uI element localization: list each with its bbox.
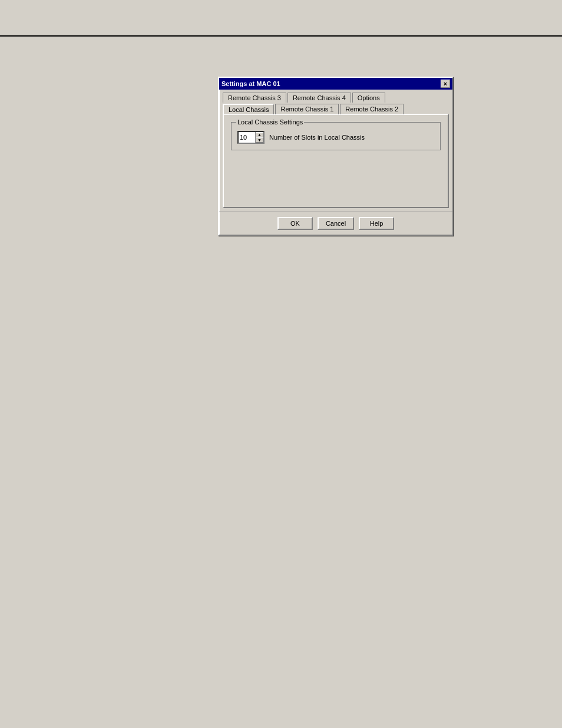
- top-border: [0, 35, 562, 37]
- tab-remote-chassis-3[interactable]: Remote Chassis 3: [223, 93, 286, 103]
- spin-buttons: ▲ ▼: [255, 132, 263, 143]
- settings-dialog: Settings at MAC 01 × Remote Chassis 3 Re…: [218, 77, 454, 236]
- tab-content: Local Chassis Settings ▲ ▼ Number of Slo…: [223, 114, 449, 208]
- tab-row-2: Local Chassis Remote Chassis 1 Remote Ch…: [223, 103, 449, 114]
- dialog-title: Settings at MAC 01: [222, 80, 441, 87]
- tab-area: Remote Chassis 3 Remote Chassis 4 Option…: [219, 90, 452, 114]
- tab-remote-chassis-2[interactable]: Remote Chassis 2: [340, 104, 404, 114]
- ok-button[interactable]: OK: [277, 217, 313, 230]
- tab-local-chassis[interactable]: Local Chassis: [223, 104, 274, 114]
- button-bar: OK Cancel Help: [219, 212, 452, 235]
- tab-remote-chassis-4[interactable]: Remote Chassis 4: [287, 93, 351, 103]
- group-label: Local Chassis Settings: [236, 118, 304, 126]
- help-button[interactable]: Help: [359, 217, 394, 230]
- slot-label: Number of Slots in Local Chassis: [269, 134, 365, 141]
- slot-value-input[interactable]: [239, 132, 255, 143]
- local-chassis-settings-group: Local Chassis Settings ▲ ▼ Number of Slo…: [231, 122, 441, 150]
- slot-row: ▲ ▼ Number of Slots in Local Chassis: [237, 131, 434, 144]
- tab-options[interactable]: Options: [352, 93, 385, 103]
- cancel-button[interactable]: Cancel: [318, 217, 354, 230]
- title-bar: Settings at MAC 01 ×: [219, 78, 452, 90]
- tab-remote-chassis-1[interactable]: Remote Chassis 1: [275, 104, 339, 114]
- tab-row-1: Remote Chassis 3 Remote Chassis 4 Option…: [223, 92, 449, 102]
- spin-up-button[interactable]: ▲: [256, 132, 263, 137]
- spin-down-button[interactable]: ▼: [256, 137, 263, 143]
- slot-spin-control: ▲ ▼: [237, 131, 265, 144]
- close-button[interactable]: ×: [441, 80, 450, 88]
